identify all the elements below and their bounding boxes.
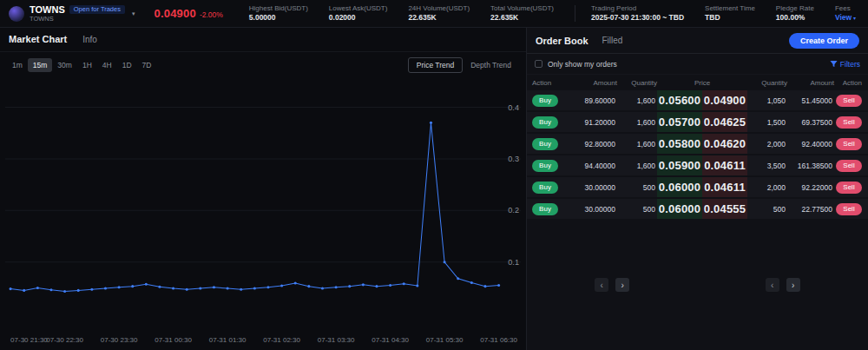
timeframe-4h[interactable]: 4H bbox=[97, 58, 117, 72]
price-point bbox=[199, 287, 201, 289]
main-content: Market Chart Info 1m 15m 30m 1H 4H 1D 7D… bbox=[0, 28, 868, 350]
price-point bbox=[10, 287, 12, 290]
stat-label: Lowest Ask(USDT) bbox=[329, 5, 388, 12]
buy-price: 0.05900 bbox=[657, 155, 702, 175]
buy-amount: 91.20000 bbox=[565, 118, 617, 127]
order-book-panel: Order Book Filled Create Order Only show… bbox=[527, 28, 868, 350]
sell-button[interactable]: Sell bbox=[836, 116, 862, 129]
token-block: TOWNS Open for Trades TOWNS bbox=[30, 4, 125, 23]
buy-price: 0.05700 bbox=[657, 112, 702, 132]
buy-next-page-button[interactable]: › bbox=[615, 278, 629, 292]
buy-quantity: 500 bbox=[617, 183, 657, 192]
buy-button[interactable]: Buy bbox=[532, 182, 558, 194]
stat-label: 24H Volume(USDT) bbox=[408, 5, 470, 12]
price-point bbox=[416, 284, 418, 287]
sell-button[interactable]: Sell bbox=[836, 138, 862, 150]
chart-panel-tabs: Market Chart Info bbox=[0, 28, 526, 52]
price-point bbox=[213, 286, 215, 288]
order-book-row: Buy30.000005000.060000.046112,00092.2200… bbox=[527, 177, 868, 199]
sell-button[interactable]: Sell bbox=[836, 203, 862, 215]
buy-button-cell: Buy bbox=[532, 95, 565, 107]
stat-label: Highest Bid(USDT) bbox=[249, 5, 308, 12]
price-point bbox=[389, 284, 391, 287]
buy-button[interactable]: Buy bbox=[532, 116, 558, 129]
price-trend-button[interactable]: Price Trend bbox=[408, 57, 463, 73]
price-point bbox=[444, 261, 446, 263]
order-book-rows: Buy89.600001,6000.056000.049001,05051.45… bbox=[527, 90, 868, 221]
token-selector-caret-down-icon[interactable]: ▾ bbox=[132, 10, 135, 17]
col-amount-buy: Amount bbox=[565, 79, 617, 87]
buy-button[interactable]: Buy bbox=[532, 203, 558, 215]
depth-trend-button[interactable]: Depth Trend bbox=[463, 58, 519, 72]
order-book-row: Buy30.000005000.060000.0455550022.77500S… bbox=[527, 199, 868, 221]
price-point bbox=[321, 287, 324, 289]
sell-button[interactable]: Sell bbox=[836, 95, 862, 107]
sell-next-page-button[interactable]: › bbox=[786, 278, 800, 292]
chart-toolbar: 1m 15m 30m 1H 4H 1D 7D Price Trend Depth… bbox=[0, 55, 526, 76]
buy-button[interactable]: Buy bbox=[532, 160, 558, 172]
price-line bbox=[10, 122, 499, 291]
price-point bbox=[49, 288, 52, 291]
stat-trading-period: Trading Period 2025-07-30 21:30:00 ~ TBD bbox=[575, 5, 684, 22]
sell-button-cell: Sell bbox=[834, 203, 862, 215]
only-my-orders-checkbox[interactable] bbox=[535, 60, 542, 68]
timeframe-1h[interactable]: 1H bbox=[77, 58, 97, 72]
stat-value: 22.635K bbox=[490, 14, 554, 22]
price-point bbox=[294, 281, 297, 284]
order-book-header: Order Book Filled Create Order bbox=[527, 28, 868, 54]
status-badge: Open for Trades bbox=[69, 5, 125, 14]
price-chart: 0.10.20.30.4 bbox=[5, 77, 521, 334]
sell-quantity: 3,500 bbox=[747, 162, 787, 170]
sell-prev-page-button[interactable]: ‹ bbox=[766, 278, 779, 292]
tab-filled[interactable]: Filled bbox=[602, 36, 623, 45]
sell-amount: 51.45000 bbox=[787, 96, 834, 105]
price-block: 0.04900 -2.00% bbox=[154, 7, 222, 20]
price-point bbox=[266, 286, 269, 288]
create-order-button[interactable]: Create Order bbox=[789, 33, 859, 49]
timeframe-1m[interactable]: 1m bbox=[7, 58, 28, 72]
token-name: TOWNS bbox=[30, 4, 65, 15]
price-point bbox=[497, 284, 500, 287]
stat-highest-bid: Highest Bid(USDT) 5.00000 bbox=[249, 5, 308, 22]
stat-label: Pledge Rate bbox=[776, 5, 814, 12]
x-tick-label: 07-31 01:30 bbox=[209, 336, 247, 344]
top-bar: TOWNS Open for Trades TOWNS ▾ 0.04900 -2… bbox=[0, 0, 868, 28]
timeframe-15m[interactable]: 15m bbox=[28, 58, 53, 72]
timeframe-30m[interactable]: 30m bbox=[52, 58, 77, 72]
timeframe-1d[interactable]: 1D bbox=[117, 58, 137, 72]
tab-market-chart[interactable]: Market Chart bbox=[9, 34, 67, 44]
token-subtitle: TOWNS bbox=[30, 16, 125, 23]
sell-button-cell: Sell bbox=[834, 95, 862, 107]
timeframe-7d[interactable]: 7D bbox=[137, 58, 157, 72]
price-point bbox=[375, 285, 378, 287]
order-book-filter-row: Only show my orders Filters bbox=[527, 54, 868, 75]
tab-order-book[interactable]: Order Book bbox=[536, 36, 589, 46]
filters-label: Filters bbox=[840, 60, 860, 69]
stat-label: Trading Period bbox=[591, 5, 684, 12]
sell-quantity: 500 bbox=[747, 205, 787, 214]
sell-button[interactable]: Sell bbox=[836, 182, 862, 194]
x-tick-label: 07-31 05:30 bbox=[426, 336, 464, 344]
sell-button[interactable]: Sell bbox=[836, 160, 862, 172]
buy-button-cell: Buy bbox=[532, 160, 565, 172]
col-action-sell: Action bbox=[834, 79, 862, 87]
sell-side-pager: ‹ › bbox=[698, 278, 868, 292]
col-quantity-sell: Quantity bbox=[747, 79, 787, 87]
x-tick-label: 07-31 03:30 bbox=[318, 336, 355, 344]
filters-button[interactable]: Filters bbox=[830, 60, 860, 69]
price-change: -2.00% bbox=[200, 10, 223, 19]
tab-info[interactable]: Info bbox=[82, 35, 97, 44]
price-point bbox=[104, 287, 107, 289]
y-tick-label: 0.1 bbox=[508, 257, 519, 266]
price-point bbox=[90, 287, 93, 290]
col-action-buy: Action bbox=[532, 79, 565, 87]
y-tick-label: 0.4 bbox=[508, 102, 519, 111]
buy-button[interactable]: Buy bbox=[532, 138, 558, 150]
buy-prev-page-button[interactable]: ‹ bbox=[595, 278, 608, 292]
x-tick-label: 07-30 23:30 bbox=[101, 336, 138, 344]
buy-button[interactable]: Buy bbox=[532, 95, 558, 107]
fees-view-link[interactable]: View ▾ bbox=[835, 14, 856, 22]
price-point bbox=[172, 287, 174, 289]
price-point bbox=[186, 287, 188, 290]
x-tick-label: 07-30 22:30 bbox=[46, 336, 83, 344]
